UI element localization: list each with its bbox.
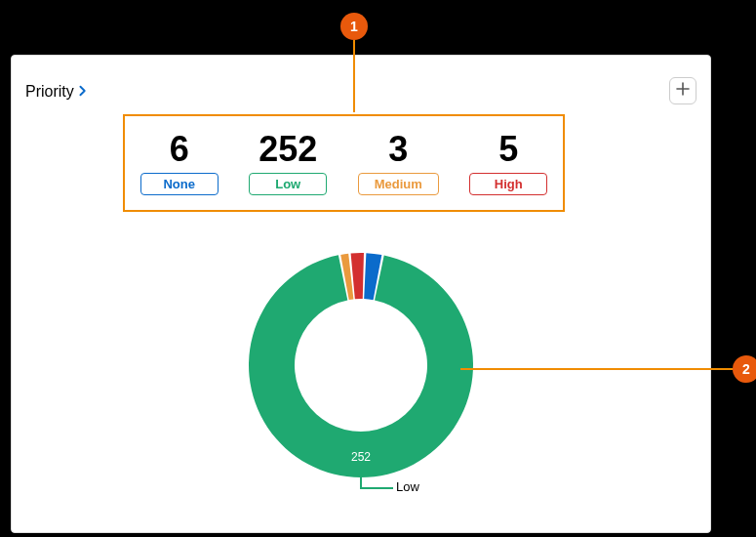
- annotation-callout-2-label: 2: [742, 361, 750, 377]
- card-header[interactable]: Priority: [25, 83, 88, 101]
- annotation-line-2: [460, 368, 734, 370]
- chevron-right-icon: [78, 83, 88, 101]
- stat-badge-none: None: [140, 173, 219, 195]
- annotation-callout-2: 2: [733, 355, 756, 383]
- stat-value: 252: [259, 132, 317, 167]
- priority-card: Priority 6 None 252 Low 3 Medium 5 Hi: [11, 55, 711, 533]
- donut-slice-value-label: 252: [351, 450, 371, 464]
- stat-item-none[interactable]: 6 None: [140, 132, 219, 195]
- stat-value: 3: [388, 132, 408, 167]
- annotation-callout-1-label: 1: [350, 19, 358, 34]
- stats-row: 6 None 252 Low 3 Medium 5 High: [123, 114, 565, 212]
- card-title: Priority: [25, 83, 74, 101]
- stat-badge-low: Low: [249, 173, 327, 195]
- donut-chart[interactable]: [247, 251, 475, 479]
- top-bar: [0, 0, 756, 55]
- stat-badge-medium: Medium: [358, 173, 439, 195]
- stat-value: 6: [170, 132, 189, 167]
- stat-badge-high: High: [469, 173, 547, 195]
- annotation-callout-1: 1: [340, 13, 368, 40]
- stat-item-low[interactable]: 252 Low: [249, 132, 327, 195]
- stat-value: 5: [498, 132, 518, 167]
- right-bar: [711, 55, 756, 533]
- annotation-line-1: [353, 40, 355, 112]
- plus-icon: [676, 82, 690, 100]
- add-button[interactable]: [669, 77, 696, 104]
- stat-item-high[interactable]: 5 High: [469, 132, 547, 195]
- stat-item-medium[interactable]: 3 Medium: [358, 132, 439, 195]
- donut-leader-label: Low: [396, 479, 419, 494]
